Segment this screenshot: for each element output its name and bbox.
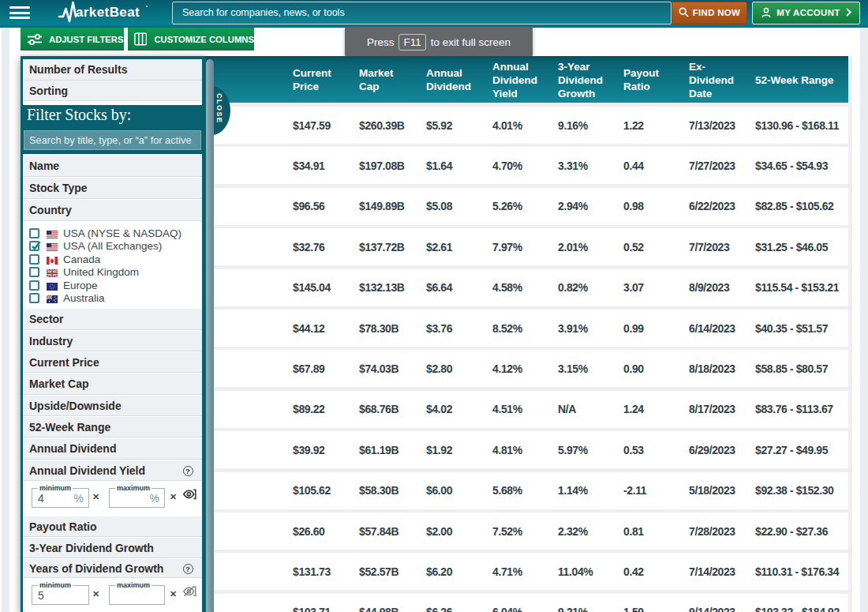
svg-text:arketBeat: arketBeat bbox=[76, 5, 140, 20]
